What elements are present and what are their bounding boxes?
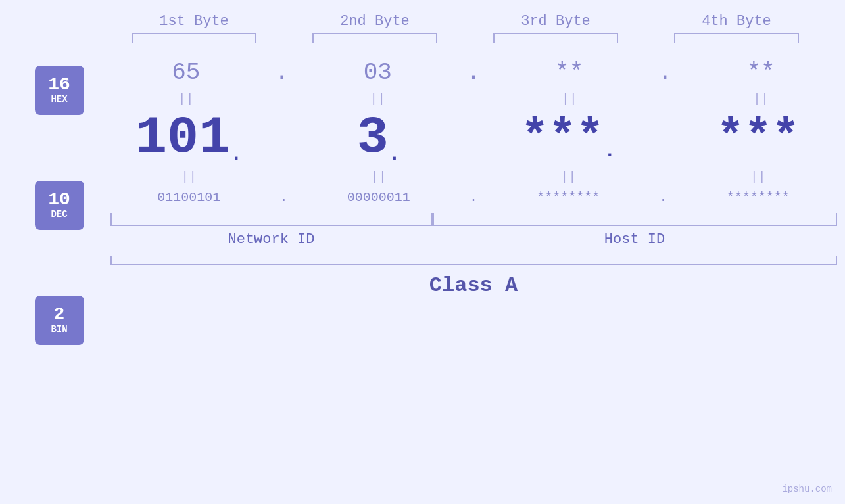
bottom-brackets-container (110, 213, 837, 226)
host-id-bracket (433, 213, 837, 226)
equals-row-2: || || || || (110, 170, 837, 185)
hex-val-3: ** (504, 59, 635, 86)
bracket-2 (312, 33, 437, 43)
hex-badge: 16 HEX (35, 66, 84, 115)
byte-header-4: 4th Byte (671, 13, 802, 30)
class-label: Class A (110, 273, 837, 298)
dec-badge: 10 DEC (35, 181, 84, 230)
hex-dot-3: . (655, 59, 675, 86)
eq2-3: || (496, 170, 640, 185)
bin-dot-1: . (274, 190, 293, 205)
dec-val-3: ***. (496, 115, 640, 161)
eq2-1: || (116, 170, 261, 185)
bin-val-1: 01100101 (116, 190, 261, 205)
eq-4: || (695, 91, 827, 106)
bin-dot-3: . (654, 190, 673, 205)
byte-header-1: 1st Byte (128, 13, 260, 30)
host-id-label: Host ID (433, 231, 837, 248)
byte-header-2: 2nd Byte (309, 13, 441, 30)
bracket-3 (493, 33, 618, 43)
top-brackets (104, 33, 827, 43)
hex-val-1: 65 (120, 59, 252, 86)
network-id-bracket (110, 213, 433, 226)
eq-1: || (120, 91, 252, 106)
equals-row-1: || || || || (110, 91, 837, 106)
id-labels-row: Network ID Host ID (110, 231, 837, 248)
eq-3: || (504, 91, 635, 106)
outer-bracket (110, 256, 837, 265)
dec-val-1: 101. (116, 112, 261, 164)
bin-val-4: ******** (686, 190, 831, 205)
hex-dot-2: . (464, 59, 483, 86)
bracket-1 (132, 33, 256, 43)
dec-val-2: 3. (306, 112, 451, 164)
bin-badge: 2 BIN (35, 296, 84, 345)
hex-val-2: 03 (312, 59, 443, 86)
eq-2: || (312, 91, 443, 106)
eq2-2: || (306, 170, 451, 185)
network-id-label: Network ID (110, 231, 433, 248)
byte-header-3: 3rd Byte (490, 13, 621, 30)
bin-val-2: 00000011 (306, 190, 451, 205)
watermark: ipshu.com (782, 484, 832, 494)
hex-row: 65 . 03 . ** . ** (110, 59, 837, 86)
bin-val-3: ******** (496, 190, 640, 205)
eq2-4: || (686, 170, 831, 185)
main-container: 1st Byte 2nd Byte 3rd Byte 4th Byte 16 H… (0, 0, 845, 504)
badges-column: 16 HEX 10 DEC 2 BIN (35, 59, 84, 345)
bin-row: 01100101 . 00000011 . ******** . *******… (110, 190, 837, 205)
bracket-4 (674, 33, 799, 43)
hex-dot-1: . (272, 59, 292, 86)
hex-val-4: ** (695, 59, 827, 86)
byte-headers: 1st Byte 2nd Byte 3rd Byte 4th Byte (104, 0, 827, 30)
dec-val-4: *** (686, 115, 831, 161)
dec-row: 101. 3. ***. *** (110, 112, 837, 164)
bin-dot-2: . (464, 190, 483, 205)
